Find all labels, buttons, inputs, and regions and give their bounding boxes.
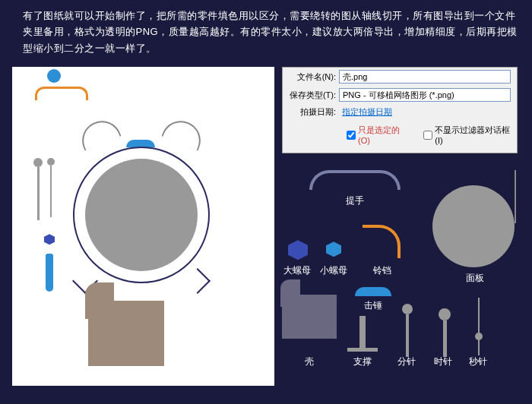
part-nut-small-icon <box>326 241 341 257</box>
filename-input[interactable] <box>339 70 511 84</box>
clock-face-icon <box>85 159 198 271</box>
label-panel: 面板 <box>466 272 484 285</box>
checkbox-selected-only-label: 只是选定的(O) <box>358 125 407 145</box>
label-case: 壳 <box>305 355 314 368</box>
part-second-knob-icon <box>475 333 483 340</box>
label-hour: 时针 <box>434 355 452 368</box>
savetype-label: 保存类型(T): <box>289 90 336 101</box>
needle1-icon <box>35 158 41 223</box>
save-dialog: 文件名(N): 保存类型(T): 拍摄日期: 指定拍摄日期 只是选定的(O) 不… <box>282 67 518 153</box>
part-panel-icon <box>432 185 515 267</box>
savetype-select[interactable] <box>339 88 511 102</box>
label-nut-big: 大螺母 <box>283 264 311 277</box>
hex-small-icon <box>44 234 55 245</box>
checkbox-no-filter-label: 不显示过滤器对话框(I) <box>435 125 511 145</box>
part-handle-icon <box>309 170 401 190</box>
part-second-icon <box>478 298 480 355</box>
needle2-icon <box>49 158 53 220</box>
part-stand-icon <box>359 316 366 349</box>
part-stand-foot-icon <box>347 348 378 352</box>
content-area: 文件名(N): 保存类型(T): 拍摄日期: 指定拍摄日期 只是选定的(O) 不… <box>0 67 532 386</box>
checkbox-no-filter-dialog[interactable]: 不显示过滤器对话框(I) <box>423 125 511 145</box>
instruction-text: 有了图纸就可以开始制作了，把所需的零件填色用以区分，需要绕转的图从轴线切开，所有… <box>0 0 532 67</box>
checkbox-no-filter-box[interactable] <box>423 131 432 140</box>
shootdate-label: 拍摄日期: <box>289 106 336 118</box>
part-hammer-icon <box>355 287 391 296</box>
drip-icon <box>46 254 53 292</box>
case-body-icon <box>88 301 164 366</box>
right-panel: 文件名(N): 保存类型(T): 拍摄日期: 指定拍摄日期 只是选定的(O) 不… <box>282 67 518 386</box>
part-case-icon <box>282 295 337 339</box>
thin-line-icon <box>515 170 516 223</box>
part-bell-icon <box>363 225 401 258</box>
bell-left-icon <box>76 115 121 151</box>
label-handle: 提手 <box>346 194 364 207</box>
shootdate-link[interactable]: 指定拍摄日期 <box>342 106 392 118</box>
label-second: 秒针 <box>469 355 487 368</box>
checkbox-selected-only-box[interactable] <box>347 131 356 140</box>
part-nut-big-icon <box>288 240 308 260</box>
bell-right-icon <box>161 115 206 151</box>
label-bell: 铃铛 <box>373 264 391 277</box>
filename-label: 文件名(N): <box>289 71 336 83</box>
leg-right-icon <box>185 268 211 294</box>
nut-dot-icon <box>47 69 61 83</box>
label-nut-small: 小螺母 <box>320 264 347 277</box>
part-minute-icon <box>402 304 413 357</box>
parts-area: 提手 面板 大螺母 小螺母 铃铛 击锤 壳 支撑 分针 时针 秒针 <box>282 159 518 386</box>
label-hammer: 击锤 <box>364 299 382 312</box>
checkbox-selected-only[interactable]: 只是选定的(O) <box>347 125 407 145</box>
part-hour-icon <box>439 308 451 357</box>
label-stand: 支撑 <box>353 355 372 368</box>
label-minute: 分针 <box>397 355 416 368</box>
blueprint-panel <box>12 67 274 386</box>
handle-arc-icon <box>35 87 88 100</box>
